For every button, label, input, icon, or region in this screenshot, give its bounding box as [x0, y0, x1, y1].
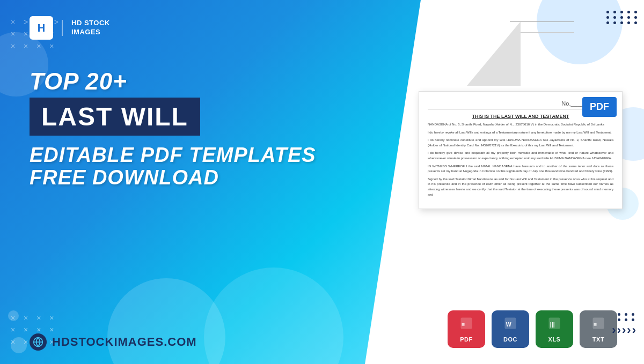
chevron-2: › [617, 323, 621, 337]
website-text: HDSTOCKIMAGES.COM [52, 335, 197, 349]
subtitle: EDITABLE PDF TEMPLATES FREE DOWNLOAD [30, 144, 316, 189]
doc-label: DOC [503, 336, 517, 343]
doc-paper: PDF No._____________ THIS IS THE LAST WI… [419, 91, 623, 209]
highlight-box: LAST WILL [30, 98, 200, 136]
doc-para-1: NANDASENA of No. 3, Shanthi Road, Nawala… [428, 122, 613, 128]
chevrons-right: › › › › › [612, 323, 636, 337]
logo-text: HD STOCK IMAGES [71, 19, 110, 37]
doc-para-3: I do hereby nominate constitute and appo… [428, 138, 613, 148]
format-icon-xls[interactable]: ||| XLS [536, 310, 573, 348]
xls-symbol: ||| [547, 316, 562, 334]
xls-label: XLS [548, 336, 561, 343]
format-icons-group: ≡ PDF W DOC ||| XLS ≡ TXT [448, 310, 617, 348]
svg-text:≡: ≡ [462, 321, 465, 328]
doc-para-5: IN WITNESS WHEREOF I the said NIMAL NAND… [428, 164, 613, 174]
chevron-4: › [627, 323, 631, 337]
chevron-5: › [632, 323, 636, 337]
logo-icon: H [30, 16, 53, 40]
document-preview: PDF No._____________ THIS IS THE LAST WI… [419, 21, 623, 209]
svg-text:|||: ||| [550, 321, 555, 328]
subtitle-line2: FREE DOWNLOAD [30, 167, 316, 189]
logo-divider [62, 20, 63, 36]
chevron-1: › [612, 323, 616, 337]
pdf-symbol: ≡ [459, 316, 474, 334]
pdf-badge: PDF [582, 97, 617, 117]
chevron-3: › [622, 323, 626, 337]
triangle-area [467, 21, 574, 86]
website-area: HDSTOCKIMAGES.COM [30, 333, 197, 351]
doc-para-2: I do hereby revoke all Last Wills and wr… [428, 130, 613, 136]
globe-icon [30, 333, 47, 351]
pdf-label: PDF [460, 336, 473, 343]
doc-para-4: I do hereby give devise and bequeath all… [428, 151, 613, 161]
highlight-text: LAST WILL [41, 102, 188, 131]
doc-body: NANDASENA of No. 3, Shanthi Road, Nawala… [428, 122, 613, 197]
triangle-shape [467, 21, 521, 86]
svg-text:W: W [506, 321, 511, 328]
doc-witness: Signed by the said Testator Nimal Nandas… [428, 177, 613, 197]
main-content: TOP 20+ LAST WILL EDITABLE PDF TEMPLATES… [30, 70, 316, 189]
txt-label: TXT [592, 336, 604, 343]
format-icon-pdf[interactable]: ≡ PDF [448, 310, 485, 348]
logo-area: H HD STOCK IMAGES [30, 16, 110, 40]
svg-text:≡: ≡ [594, 321, 597, 328]
top-label: TOP 20+ [30, 70, 316, 93]
format-icon-doc[interactable]: W DOC [492, 310, 529, 348]
txt-symbol: ≡ [591, 316, 606, 334]
subtitle-line1: EDITABLE PDF TEMPLATES [30, 144, 316, 167]
doc-symbol: W [503, 316, 518, 334]
